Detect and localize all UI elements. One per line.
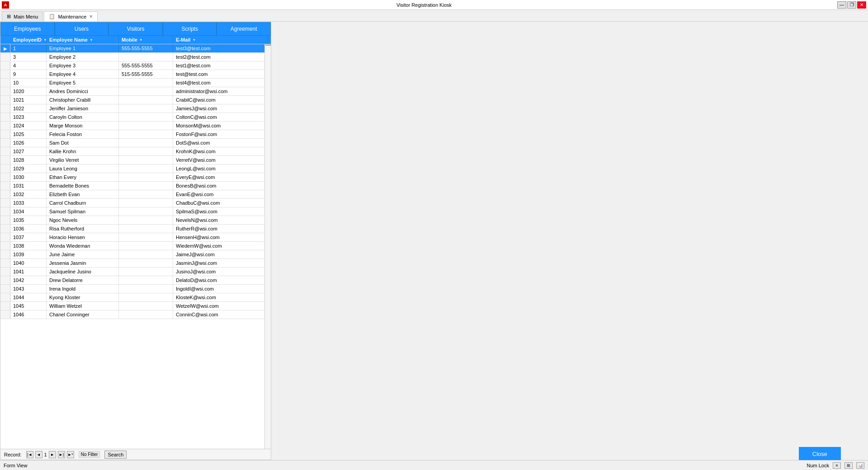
cell-email: LeongL@wsi.com	[173, 164, 268, 173]
nav-tab-users[interactable]: Users	[55, 22, 109, 36]
vertical-scrollbar[interactable]	[264, 36, 271, 449]
table-row[interactable]: 4Employee 3555-555-5555test1@test.com100	[0, 61, 271, 70]
cell-email: RutherR@wsi.com	[173, 225, 268, 233]
tab-maintenance[interactable]: 📋 Maintenance ✕	[44, 11, 98, 21]
cell-id: 1036	[10, 225, 47, 233]
cell-email: EveryE@wsi.com	[173, 173, 268, 181]
cell-name: Employee 2	[47, 53, 119, 61]
prev-record-button[interactable]: ◄	[35, 451, 42, 458]
table-row[interactable]: 1028Virgilio VerretVerretV@wsi.com	[0, 156, 271, 164]
table-row[interactable]: 1030Ethan EveryEveryE@wsi.com	[0, 173, 271, 182]
table-row[interactable]: 1031Bernadette BonesBonesB@wsi.com	[0, 182, 271, 190]
cell-name: Caroyln Colton	[47, 113, 119, 121]
view-icon-3[interactable]: 📊	[856, 462, 864, 469]
cell-name: Marge Monson	[47, 122, 119, 130]
table-row[interactable]: 1033Carrol ChadburnChadbuC@wsi.com	[0, 199, 271, 207]
record-label: Record:	[4, 452, 22, 457]
tab-main-menu[interactable]: ⊞ Main Menu	[2, 11, 43, 21]
table-row[interactable]: 1040Jessenia JasminJasminJ@wsi.com	[0, 259, 271, 268]
table-row[interactable]: 10Employee 5test4@test.com	[0, 79, 271, 87]
cell-id: 1042	[10, 276, 47, 284]
table-row[interactable]: 1036Risa RutherfordRutherR@wsi.com	[0, 225, 271, 233]
table-row[interactable]: 1021Christopher CrabillCrabilC@wsi.com	[0, 96, 271, 104]
table-row[interactable]: 1046Chanel ConningerConninC@wsi.com	[0, 310, 271, 319]
table-row[interactable]: 3Employee 2test2@test.com	[0, 53, 271, 61]
row-marker	[0, 225, 10, 233]
column-header-extension[interactable]: Extension ▼	[268, 36, 271, 44]
table-header: EmployeeID ▼ Employee Name ▼ Mobile ▼ E-…	[0, 36, 271, 44]
tab-close-icon[interactable]: ✕	[89, 14, 93, 19]
table-row[interactable]: 1045William WetzelWetzelW@wsi.com	[0, 302, 271, 310]
table-row[interactable]: 1023Caroyln ColtonColtonC@wsi.com	[0, 113, 271, 122]
next-record-button[interactable]: ►	[49, 451, 56, 458]
table-body: ▶1Employee 1555-555-5555test3@test.com20…	[0, 44, 271, 445]
row-marker: ▶	[0, 44, 10, 52]
cell-id: 1027	[10, 147, 47, 155]
table-row[interactable]: 1037Horacio HensenHensenH@wsi.com	[0, 233, 271, 242]
view-icon-2[interactable]: ⊞	[844, 462, 853, 469]
table-row[interactable]: 1027Kallie KrohnKrohnK@wsi.com	[0, 147, 271, 156]
table-row[interactable]: 1035Ngoc NevelsNevelsN@wsi.com	[0, 216, 271, 225]
minimize-button[interactable]: —	[837, 1, 846, 9]
cell-name: Carrol Chadburn	[47, 199, 119, 207]
close-window-button[interactable]: ✕	[857, 1, 866, 9]
search-button[interactable]: Search	[104, 451, 127, 459]
window-title: Visitor Registration Kiosk	[11, 2, 837, 8]
column-header-email[interactable]: E-Mail ▼	[173, 36, 268, 44]
cell-id: 1023	[10, 113, 47, 121]
table-row[interactable]: 1026Sam DotDotS@wsi.com	[0, 139, 271, 147]
restore-button[interactable]: ❐	[847, 1, 856, 9]
close-button[interactable]: Close	[799, 447, 841, 461]
nav-tab-scripts[interactable]: Scripts	[163, 22, 217, 36]
close-button-area: Close	[799, 447, 841, 461]
table-row[interactable]: 9Employee 4515-555-5555test@test.com102	[0, 70, 271, 79]
table-row[interactable]: 1043Irena IngoldIngoldI@wsi.com	[0, 285, 271, 293]
column-header-employee-id[interactable]: EmployeeID ▼	[10, 36, 47, 44]
table-row[interactable]: 1041Jackqueline JusinoJusinoJ@wsi.com	[0, 268, 271, 276]
table-row[interactable]: 1038Wonda WiedemanWiedemW@wsi.com	[0, 242, 271, 250]
new-record-button[interactable]: ►*	[67, 451, 74, 458]
cell-id: 1039	[10, 250, 47, 258]
sort-icon-employee-name: ▼	[90, 38, 93, 42]
cell-email: JusinoJ@wsi.com	[173, 268, 268, 276]
cell-mobile	[119, 104, 173, 113]
nav-tab-agreement[interactable]: Agreement	[217, 22, 271, 36]
table-row[interactable]: 1042Drew DelatorreDelatoD@wsi.com	[0, 276, 271, 285]
table-row[interactable]: 1032Elizbeth EvanEvanE@wsi.com	[0, 190, 271, 199]
nav-tab-employees[interactable]: Employees	[0, 22, 55, 36]
table-row[interactable]: 1024Marge MonsonMonsonM@wsi.com	[0, 122, 271, 130]
cell-id: 1040	[10, 259, 47, 267]
nav-tab-visitors[interactable]: Visitors	[108, 22, 163, 36]
cell-id: 9	[10, 70, 47, 78]
cell-name: Kallie Krohn	[47, 147, 119, 155]
cell-id: 1038	[10, 242, 47, 250]
cell-mobile	[119, 259, 173, 267]
maintenance-icon: 📋	[49, 14, 55, 19]
table-row[interactable]: 1034Samuel SpilmanSpilmaS@wsi.com	[0, 207, 271, 216]
tab-bar: ⊞ Main Menu 📋 Maintenance ✕	[0, 10, 868, 22]
row-marker	[0, 216, 10, 224]
record-navigation: |◄ ◄ 1 ► ►| ►*	[26, 451, 74, 458]
table-row[interactable]: 1020Andres Dominicciadministrator@wsi.co…	[0, 87, 271, 96]
cell-name: Jessenia Jasmin	[47, 259, 119, 267]
first-record-button[interactable]: |◄	[26, 451, 33, 458]
row-marker	[0, 79, 10, 87]
view-icon-1[interactable]: ≡	[833, 462, 841, 469]
cell-email: KrohnK@wsi.com	[173, 147, 268, 155]
cell-mobile	[119, 130, 173, 138]
cell-name: Elizbeth Evan	[47, 190, 119, 198]
column-header-employee-name[interactable]: Employee Name ▼	[47, 36, 119, 44]
cell-name: Irena Ingold	[47, 285, 119, 293]
table-row[interactable]: ▶1Employee 1555-555-5555test3@test.com20…	[0, 44, 271, 53]
table-row[interactable]: 1039June JaimeJaimeJ@wsi.com	[0, 250, 271, 259]
cell-name: Wonda Wiedeman	[47, 242, 119, 250]
column-header-mobile[interactable]: Mobile ▼	[119, 36, 173, 44]
last-record-button[interactable]: ►|	[58, 451, 65, 458]
cell-id: 1041	[10, 268, 47, 276]
table-row[interactable]: 1022Jeniffer JamiesonJamiesJ@wsi.com	[0, 104, 271, 113]
cell-email: SpilmaS@wsi.com	[173, 207, 268, 216]
table-row[interactable]: 1025Felecia FostonFostonF@wsi.com	[0, 130, 271, 139]
table-row[interactable]: 1029Laura LeongLeongL@wsi.com	[0, 164, 271, 173]
table-row[interactable]: 1044Kyong KlosterKlosteK@wsi.com	[0, 293, 271, 302]
app-icon: A	[2, 1, 9, 9]
